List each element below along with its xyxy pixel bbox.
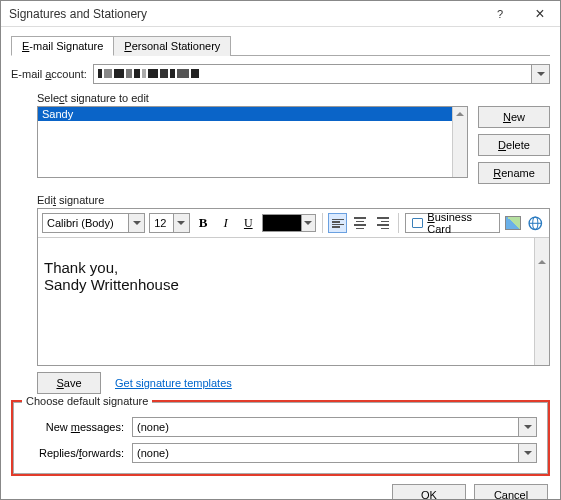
chevron-down-icon — [128, 214, 144, 232]
italic-button[interactable]: I — [216, 213, 235, 233]
close-button[interactable]: × — [520, 1, 560, 26]
insert-picture-button[interactable] — [504, 213, 523, 233]
business-card-icon — [412, 218, 423, 228]
email-account-value — [98, 68, 199, 80]
chevron-down-icon — [518, 418, 536, 436]
business-card-button[interactable]: Business Card — [405, 213, 500, 233]
ok-button[interactable]: OK — [392, 484, 466, 500]
new-messages-label: New messages: — [24, 421, 124, 433]
replies-forwards-label: Replies/forwards: — [24, 447, 124, 459]
tab-email-signature[interactable]: E-mail Signature — [11, 36, 114, 56]
chevron-down-icon — [302, 214, 316, 232]
get-templates-link[interactable]: Get signature templates — [115, 377, 232, 389]
align-right-button[interactable] — [374, 213, 393, 233]
tab-strip: E-mail Signature Personal Stationery — [11, 35, 550, 56]
color-swatch — [262, 214, 302, 232]
insert-hyperlink-button[interactable] — [526, 213, 545, 233]
align-center-button[interactable] — [351, 213, 370, 233]
chevron-down-icon — [531, 65, 549, 83]
picture-icon — [505, 216, 521, 230]
help-button[interactable]: ? — [480, 1, 520, 26]
new-button[interactable]: New — [478, 106, 550, 128]
window-title: Signatures and Stationery — [9, 7, 480, 21]
titlebar: Signatures and Stationery ? × — [1, 1, 560, 27]
delete-button[interactable]: Delete — [478, 134, 550, 156]
scrollbar[interactable] — [534, 238, 549, 365]
bold-button[interactable]: B — [194, 213, 213, 233]
email-account-combo[interactable] — [93, 64, 550, 84]
align-left-button[interactable] — [328, 213, 347, 233]
link-icon — [527, 215, 544, 232]
rename-button[interactable]: Rename — [478, 162, 550, 184]
underline-button[interactable]: U — [239, 213, 258, 233]
signature-editor[interactable]: Thank you, Sandy Writtenhouse — [38, 237, 549, 365]
font-size-combo[interactable]: 12 — [149, 213, 190, 233]
tab-personal-stationery[interactable]: Personal Stationery — [113, 36, 231, 56]
replies-forwards-combo[interactable]: (none) — [132, 443, 537, 463]
select-signature-label: Select signature to edit — [37, 92, 550, 104]
separator — [322, 213, 323, 233]
chevron-down-icon — [518, 444, 536, 462]
signature-list-item[interactable]: Sandy — [38, 107, 467, 121]
save-button[interactable]: Save — [37, 372, 101, 394]
email-account-label: E-mail account: — [11, 68, 87, 80]
font-color-picker[interactable] — [262, 214, 316, 232]
chevron-down-icon — [173, 214, 189, 232]
scrollbar[interactable] — [452, 107, 467, 177]
edit-signature-area: Calibri (Body) 12 B I U — [37, 208, 550, 366]
default-signature-legend: Choose default signature — [22, 395, 152, 407]
default-signature-group: Choose default signature New messages: (… — [13, 402, 548, 474]
dialog-footer: OK Cancel — [1, 474, 560, 500]
formatting-toolbar: Calibri (Body) 12 B I U — [38, 213, 549, 237]
new-messages-combo[interactable]: (none) — [132, 417, 537, 437]
signature-list[interactable]: Sandy — [37, 106, 468, 178]
font-combo[interactable]: Calibri (Body) — [42, 213, 145, 233]
edit-signature-label: Edit signature — [37, 194, 550, 206]
separator — [398, 213, 399, 233]
cancel-button[interactable]: Cancel — [474, 484, 548, 500]
